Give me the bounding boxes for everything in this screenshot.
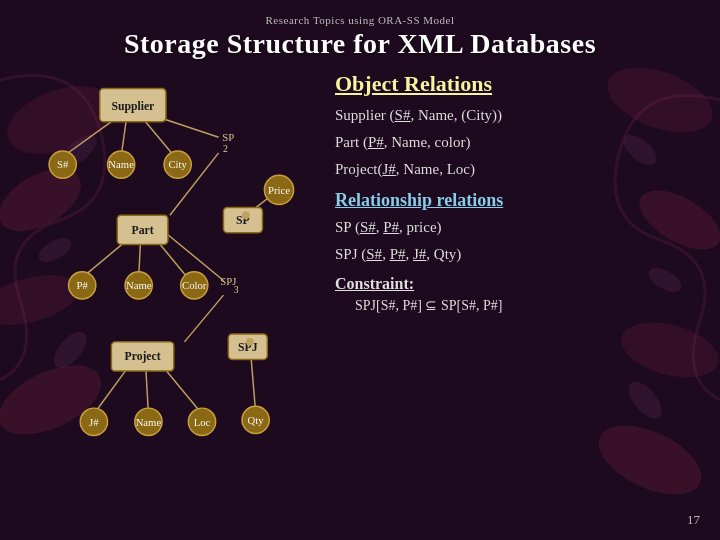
- constraint-title: Constraint:: [335, 275, 700, 293]
- supplier-relation: Supplier (S#, Name, (City)): [335, 105, 700, 126]
- project-relation: Project(J#, Name, Loc): [335, 159, 700, 180]
- j-hash-label: J#: [89, 416, 99, 428]
- svg-line-15: [63, 122, 112, 157]
- price-label: Price: [268, 184, 290, 196]
- left-panel: Supplier S# Name City SP 2: [20, 71, 320, 530]
- sp-dot: [242, 211, 250, 219]
- constraint-text: SPJ[S#, P#] ⊆ SP[S#, P#]: [355, 297, 700, 314]
- name3-label: Name: [136, 416, 162, 428]
- qty-label: Qty: [248, 414, 265, 426]
- supplier-key: S#: [395, 107, 411, 123]
- supplier-label: Supplier: [111, 100, 154, 113]
- name2-label: Name: [126, 279, 152, 291]
- loc-label: Loc: [194, 416, 211, 428]
- project-label: Project: [125, 350, 161, 363]
- spj-relation: SPJ (S#, P#, J#, Qty): [335, 244, 700, 265]
- sp2-num2: 2: [223, 143, 228, 154]
- spj3-num: 3: [234, 284, 239, 295]
- sp-relation: SP (S#, P#, price): [335, 217, 700, 238]
- color-label: Color: [182, 279, 207, 291]
- main-title: Storage Structure for XML Databases: [20, 28, 700, 60]
- name1-label: Name: [108, 158, 134, 170]
- part-key: P#: [368, 134, 384, 150]
- svg-line-18: [160, 118, 218, 137]
- spj-dot: [246, 338, 254, 346]
- project-key: J#: [382, 161, 395, 177]
- s-hash-label: S#: [57, 158, 69, 170]
- spj-key2: P#: [390, 246, 406, 262]
- svg-line-17: [146, 122, 175, 157]
- spj-key3: J#: [413, 246, 426, 262]
- city-label: City: [168, 158, 187, 170]
- spj-key1: S#: [366, 246, 382, 262]
- subtitle: Research Topics using ORA-SS Model: [20, 14, 700, 26]
- sp-key1: S#: [360, 219, 376, 235]
- sp-key2: P#: [383, 219, 399, 235]
- p-hash-label: P#: [77, 279, 89, 291]
- sp2-label: SP: [222, 131, 234, 143]
- diagram-svg: Supplier S# Name City SP 2: [20, 71, 310, 451]
- object-relations-title: Object Relations: [335, 71, 700, 97]
- slide: Research Topics using ORA-SS Model Stora…: [0, 0, 720, 540]
- svg-line-26: [184, 295, 223, 342]
- right-panel: Object Relations Supplier (S#, Name, (Ci…: [320, 71, 700, 530]
- part-label: Part: [132, 224, 154, 237]
- relationship-relations-title: Relationship relations: [335, 190, 700, 211]
- body-area: Supplier S# Name City SP 2: [0, 66, 720, 540]
- part-relation: Part (P#, Name, color): [335, 132, 700, 153]
- slide-content: Research Topics using ORA-SS Model Stora…: [0, 0, 720, 540]
- header: Research Topics using ORA-SS Model Stora…: [0, 0, 720, 66]
